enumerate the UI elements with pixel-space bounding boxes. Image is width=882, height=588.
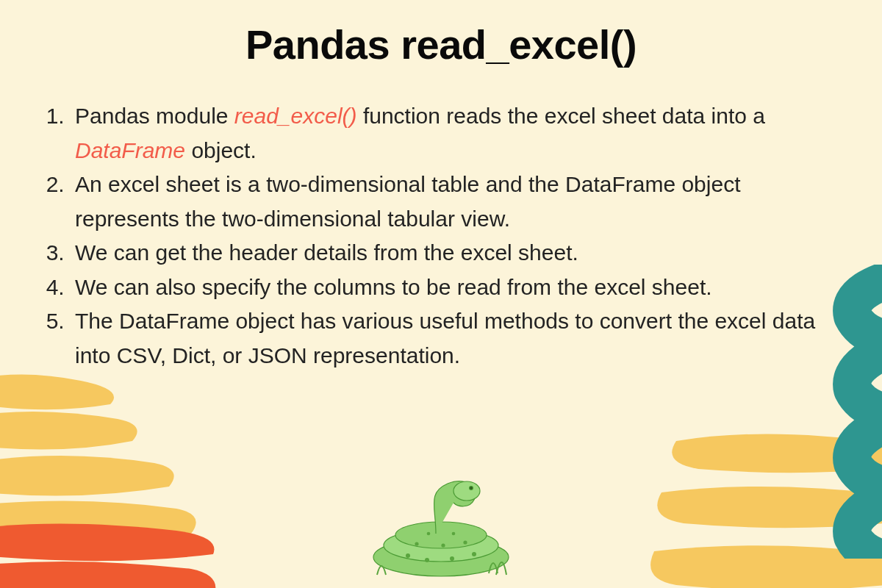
list-item-text: Pandas module — [75, 104, 234, 128]
list-item-text: function reads the excel sheet data into… — [357, 104, 765, 128]
highlight-text: read_excel() — [234, 104, 357, 128]
squiggle-teal-icon — [662, 265, 882, 559]
list-item-text: We can also specify the columns to be re… — [75, 275, 712, 299]
page-title: Pandas read_excel() — [0, 0, 882, 68]
list-item: Pandas module read_excel() function read… — [71, 99, 838, 168]
svg-point-12 — [427, 532, 431, 536]
svg-point-9 — [415, 542, 418, 545]
svg-point-10 — [441, 543, 445, 547]
svg-point-11 — [463, 540, 467, 544]
svg-point-4 — [470, 487, 473, 490]
highlight-text: DataFrame — [75, 138, 185, 162]
list-item-text: object. — [185, 138, 257, 162]
snake-icon — [356, 463, 526, 581]
svg-point-5 — [406, 553, 410, 558]
svg-point-3 — [453, 481, 480, 501]
brush-orange-icon — [0, 522, 220, 588]
list-item-text: An excel sheet is a two-dimensional tabl… — [75, 172, 741, 231]
list-item-text: We can get the header details from the e… — [75, 240, 578, 265]
svg-point-6 — [425, 558, 429, 562]
list-item: An excel sheet is a two-dimensional tabl… — [71, 168, 838, 236]
svg-point-7 — [450, 556, 454, 561]
svg-point-2 — [395, 522, 487, 548]
svg-point-13 — [452, 532, 456, 536]
svg-point-8 — [472, 552, 476, 556]
